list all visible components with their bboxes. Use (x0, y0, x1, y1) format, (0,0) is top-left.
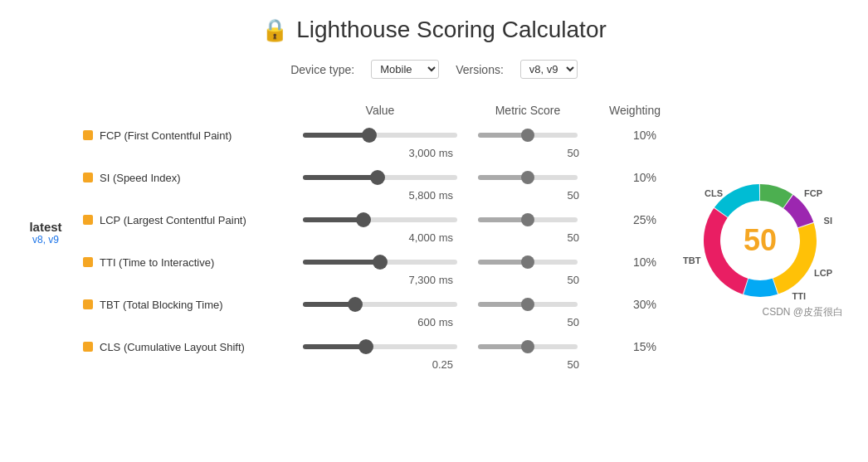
label-cls: CLS (705, 188, 723, 198)
score-col-si[interactable] (461, 175, 594, 180)
score-col-fcp[interactable] (461, 133, 594, 138)
score-slider-tti[interactable] (478, 260, 578, 265)
table-header: Value Metric Score Weighting (83, 104, 661, 124)
score-col-tti[interactable] (461, 260, 594, 265)
version-link[interactable]: v8, v9 (32, 234, 59, 246)
donut-center: 50 (744, 223, 777, 258)
watermark: CSDN @皮蛋很白 (762, 305, 843, 319)
metric-name-lcp: LCP (Largest Contentful Paint) (83, 214, 299, 226)
donut-wrapper: 50 CLS FCP SI LCP TTI TBT (690, 170, 831, 311)
versions-label: Versions: (456, 63, 504, 76)
score-display-cls: 50 (461, 358, 594, 371)
metric-name-si: SI (Speed Index) (83, 172, 299, 184)
score-col-tbt[interactable] (461, 302, 594, 307)
value-slider-si[interactable] (303, 175, 457, 180)
value-display-tti: 7,300 ms (299, 274, 461, 286)
label-tti: TTI (792, 291, 807, 301)
weight-lcp: 25% (594, 213, 661, 226)
lock-icon: 🔒 (261, 17, 288, 43)
value-slider-container-tti[interactable] (299, 254, 461, 270)
metric-row-si: SI (Speed Index) 10% 5,800 ms 50 (83, 166, 661, 202)
metric-label-lcp: LCP (Largest Contentful Paint) (100, 214, 246, 226)
page-header: 🔒 Lighthouse Scoring Calculator (25, 17, 843, 43)
metric-color-tti (83, 257, 93, 267)
value-display-lcp: 4,000 ms (299, 231, 461, 244)
device-select[interactable]: Mobile Desktop (371, 60, 439, 79)
metrics-table: Value Metric Score Weighting FCP (First … (83, 104, 661, 377)
donut-segment-tti (744, 279, 778, 297)
col-value-header: Value (299, 104, 461, 117)
score-slider-si[interactable] (478, 175, 578, 180)
value-slider-container-cls[interactable] (299, 338, 461, 355)
score-col-lcp[interactable] (461, 217, 594, 222)
metric-label-cls: CLS (Cumulative Layout Shift) (100, 341, 245, 353)
label-lcp: LCP (814, 268, 832, 278)
metric-label-si: SI (Speed Index) (100, 172, 181, 184)
value-display-tbt: 600 ms (299, 316, 461, 328)
score-slider-cls[interactable] (478, 344, 578, 349)
value-slider-container-tbt[interactable] (299, 296, 461, 313)
metric-row-tbt: TBT (Total Blocking Time) 30% 600 ms 50 (83, 293, 661, 328)
weight-tti: 10% (594, 255, 661, 269)
value-slider-lcp[interactable] (303, 217, 457, 222)
metric-row-tti: TTI (Time to Interactive) 10% 7,300 ms 5… (83, 250, 661, 286)
label-tbt: TBT (683, 255, 700, 265)
metric-color-fcp (83, 130, 93, 140)
donut-score: 50 (744, 223, 777, 257)
value-slider-container-si[interactable] (299, 169, 461, 186)
metric-color-tbt (83, 299, 93, 309)
metric-name-cls: CLS (Cumulative Layout Shift) (83, 341, 299, 353)
page-title: Lighthouse Scoring Calculator (296, 17, 607, 43)
metric-name-tti: TTI (Time to Interactive) (83, 256, 299, 269)
score-col-cls[interactable] (461, 344, 594, 349)
metric-name-tbt: TBT (Total Blocking Time) (83, 299, 299, 311)
latest-label: latest (29, 220, 61, 234)
weight-tbt: 30% (594, 298, 661, 311)
metric-label-fcp: FCP (First Contentful Paint) (100, 129, 232, 142)
metric-label-tbt: TBT (Total Blocking Time) (100, 299, 223, 311)
metric-row-fcp: FCP (First Contentful Paint) 10% 3,000 m… (83, 124, 661, 159)
col-weight-header: Weighting (594, 104, 661, 117)
score-slider-tbt[interactable] (478, 302, 578, 307)
score-slider-lcp[interactable] (478, 217, 578, 222)
value-slider-fcp[interactable] (303, 133, 457, 138)
metric-color-si (83, 173, 93, 182)
score-display-fcp: 50 (461, 147, 594, 159)
score-display-si: 50 (461, 189, 594, 202)
label-si: SI (824, 216, 832, 226)
value-display-fcp: 3,000 ms (299, 147, 461, 159)
value-slider-tbt[interactable] (303, 302, 457, 307)
value-display-cls: 0.25 (299, 358, 461, 371)
score-slider-fcp[interactable] (478, 133, 578, 138)
metric-row-cls: CLS (Cumulative Layout Shift) 15% 0.25 5… (83, 335, 661, 371)
metric-color-lcp (83, 215, 93, 225)
metric-name-fcp: FCP (First Contentful Paint) (83, 129, 299, 142)
controls-bar: Device type: Mobile Desktop Versions: v8… (25, 60, 843, 79)
value-slider-tti[interactable] (303, 260, 457, 265)
metric-row-lcp: LCP (Largest Contentful Paint) 25% 4,000… (83, 208, 661, 244)
metric-color-cls (83, 342, 93, 352)
score-display-lcp: 50 (461, 231, 594, 244)
left-version-label: latest v8, v9 (25, 104, 66, 246)
value-slider-container-fcp[interactable] (299, 127, 461, 143)
device-label: Device type: (290, 63, 354, 76)
col-metric-header: Metric Score (461, 104, 594, 117)
weight-si: 10% (594, 171, 661, 184)
label-fcp: FCP (804, 188, 822, 198)
metric-label-tti: TTI (Time to Interactive) (100, 256, 214, 269)
value-display-si: 5,800 ms (299, 189, 461, 202)
weight-fcp: 10% (594, 129, 661, 142)
weight-cls: 15% (594, 340, 661, 353)
donut-chart-area: 50 CLS FCP SI LCP TTI TBT CSDN @皮蛋很白 (677, 104, 843, 311)
versions-select[interactable]: v8, v9 v6 v5 (520, 60, 578, 79)
value-slider-container-lcp[interactable] (299, 212, 461, 228)
score-display-tbt: 50 (461, 316, 594, 328)
score-display-tti: 50 (461, 274, 594, 286)
value-slider-cls[interactable] (303, 344, 457, 349)
